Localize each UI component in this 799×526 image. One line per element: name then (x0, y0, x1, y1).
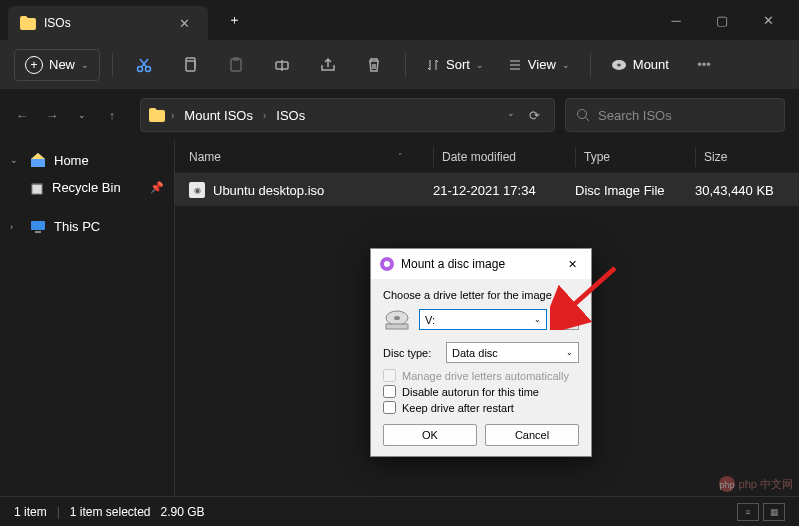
pin-icon: 📌 (150, 181, 164, 194)
dialog-title: Mount a disc image (401, 257, 556, 271)
mount-button[interactable]: Mount (603, 57, 677, 72)
drive-letter-select[interactable]: V: ⌄ (419, 309, 547, 330)
tab-isos[interactable]: ISOs ✕ (8, 6, 208, 40)
minimize-button[interactable]: ─ (653, 4, 699, 36)
maximize-button[interactable]: ▢ (699, 4, 745, 36)
mount-label: Mount (633, 57, 669, 72)
tab-close-button[interactable]: ✕ (173, 14, 196, 33)
refresh-button[interactable]: ⟳ (529, 108, 540, 123)
svg-rect-9 (32, 184, 42, 194)
sort-button[interactable]: Sort ⌄ (418, 57, 492, 72)
file-type: Disc Image File (575, 183, 695, 198)
col-name[interactable]: Name ˄ (189, 150, 433, 164)
file-size: 30,43,440 KB (695, 183, 799, 198)
dialog-instruction: Choose a drive letter for the image (383, 289, 579, 301)
ok-button[interactable]: OK (383, 424, 477, 446)
close-button[interactable]: ✕ (745, 4, 791, 36)
sidebar-label: Home (54, 153, 89, 168)
breadcrumb-seg[interactable]: Mount ISOs (180, 108, 257, 123)
view-list-button[interactable]: ≡ (737, 503, 759, 521)
chevron-down-icon: ⌄ (10, 155, 22, 165)
chk-manage-auto: Manage drive letters automatically (383, 369, 579, 382)
drive-icon (383, 310, 411, 330)
separator (112, 53, 113, 77)
svg-rect-11 (35, 231, 41, 233)
col-type[interactable]: Type (575, 147, 695, 167)
svg-rect-3 (231, 59, 241, 71)
svg-rect-2 (186, 61, 195, 71)
dialog-close-button[interactable]: ✕ (562, 256, 583, 273)
search-icon (576, 108, 590, 122)
chevron-down-icon: ⌄ (562, 60, 570, 70)
browse-button[interactable]: ... (555, 309, 579, 330)
checkbox[interactable] (383, 401, 396, 414)
sidebar: ⌄ Home Recycle Bin 📌 › This PC (0, 140, 175, 496)
drive-letter-value: V: (425, 314, 435, 326)
status-selected: 1 item selected (70, 505, 151, 519)
chevron-right-icon: › (10, 222, 22, 232)
checkbox (383, 369, 396, 382)
search-placeholder: Search ISOs (598, 108, 672, 123)
column-headers: Name ˄ Date modified Type Size (175, 140, 799, 174)
mount-icon (611, 59, 627, 71)
checkbox[interactable] (383, 385, 396, 398)
cancel-button[interactable]: Cancel (485, 424, 579, 446)
breadcrumb-seg[interactable]: ISOs (272, 108, 309, 123)
svg-point-0 (138, 66, 143, 71)
view-button[interactable]: View ⌄ (500, 57, 578, 72)
recent-button[interactable]: ⌄ (74, 110, 90, 120)
new-button[interactable]: + New ⌄ (14, 49, 100, 81)
status-size: 2.90 GB (161, 505, 205, 519)
tab-title: ISOs (44, 16, 165, 30)
sidebar-item-recycle[interactable]: Recycle Bin 📌 (0, 174, 174, 201)
share-button[interactable] (309, 46, 347, 84)
disc-type-select[interactable]: Data disc ⌄ (446, 342, 579, 363)
file-row[interactable]: ◉ Ubuntu desktop.iso 21-12-2021 17:34 Di… (175, 174, 799, 206)
sidebar-item-thispc[interactable]: › This PC (0, 213, 174, 240)
chevron-right-icon: › (263, 110, 266, 121)
sort-label: Sort (446, 57, 470, 72)
folder-icon (20, 16, 36, 30)
sidebar-label: Recycle Bin (52, 180, 121, 195)
chevron-down-icon: ⌄ (81, 60, 89, 70)
dialog-titlebar: Mount a disc image ✕ (371, 249, 591, 279)
dialog-icon (379, 256, 395, 272)
mount-dialog: Mount a disc image ✕ Choose a drive lett… (370, 248, 592, 457)
svg-point-8 (578, 110, 587, 119)
sort-indicator-icon: ˄ (398, 152, 403, 162)
delete-button[interactable] (355, 46, 393, 84)
separator (405, 53, 406, 77)
back-button[interactable]: ← (14, 108, 30, 123)
cut-button[interactable] (125, 46, 163, 84)
col-size[interactable]: Size (695, 147, 799, 167)
svg-point-15 (394, 316, 400, 320)
sidebar-item-home[interactable]: ⌄ Home (0, 146, 174, 174)
view-grid-button[interactable]: ▦ (763, 503, 785, 521)
file-date: 21-12-2021 17:34 (433, 183, 575, 198)
new-tab-button[interactable]: ＋ (216, 3, 253, 37)
sort-icon (426, 58, 440, 72)
address-bar[interactable]: › Mount ISOs › ISOs ⌄ ⟳ (140, 98, 555, 132)
disc-type-label: Disc type: (383, 347, 438, 359)
status-count: 1 item (14, 505, 47, 519)
recycle-icon (30, 181, 44, 195)
paste-button[interactable] (217, 46, 255, 84)
forward-button[interactable]: → (44, 108, 60, 123)
pc-icon (30, 220, 46, 234)
chevron-down-icon: ⌄ (566, 348, 573, 357)
rename-button[interactable] (263, 46, 301, 84)
chevron-down-icon: ⌄ (476, 60, 484, 70)
toolbar: + New ⌄ Sort ⌄ View ⌄ Mount ••• (0, 40, 799, 90)
copy-button[interactable] (171, 46, 209, 84)
chk-keep-drive[interactable]: Keep drive after restart (383, 401, 579, 414)
chevron-down-icon[interactable]: ⌄ (507, 108, 515, 123)
home-icon (30, 152, 46, 168)
more-button[interactable]: ••• (685, 46, 723, 84)
folder-icon (149, 108, 165, 122)
disc-type-value: Data disc (452, 347, 498, 359)
col-date[interactable]: Date modified (433, 147, 575, 167)
search-box[interactable]: Search ISOs (565, 98, 785, 132)
up-button[interactable]: ↑ (104, 108, 120, 123)
svg-rect-10 (31, 221, 45, 230)
chk-disable-autorun[interactable]: Disable autorun for this time (383, 385, 579, 398)
